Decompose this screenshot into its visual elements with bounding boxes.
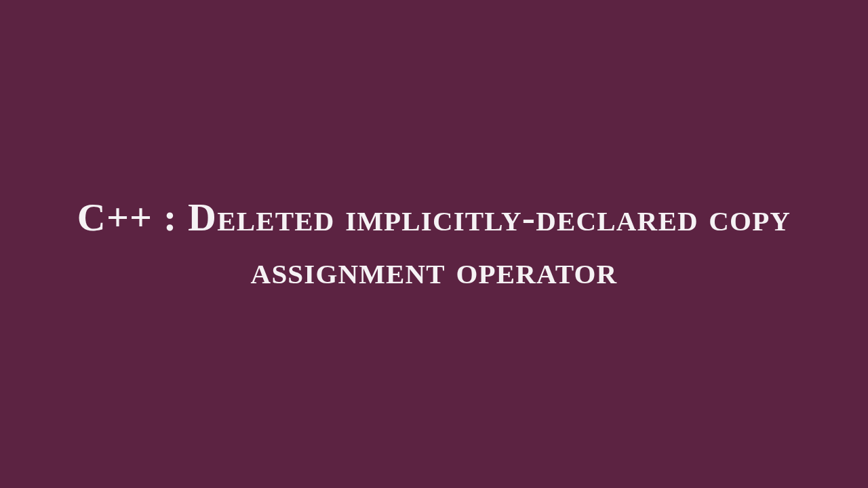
title-card: C++ : Deleted implicitly-declared copy a… (61, 191, 807, 298)
